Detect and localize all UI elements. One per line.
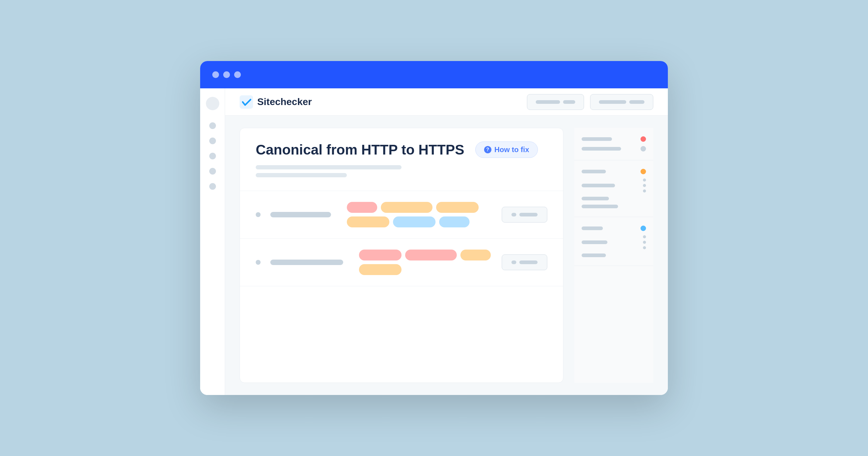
rs-row bbox=[582, 254, 646, 257]
browser-dot-1 bbox=[212, 71, 219, 78]
right-sidebar bbox=[574, 128, 653, 383]
nav-btn1-bar1 bbox=[536, 100, 560, 104]
row-tags-1 bbox=[347, 202, 492, 227]
rs-row bbox=[582, 169, 646, 174]
rs-status-dot-gray bbox=[641, 146, 646, 152]
table-row bbox=[240, 239, 563, 286]
page-content: Canonical from HTTP to HTTPS ? How to fi… bbox=[225, 116, 668, 395]
tag-pink-md-2 bbox=[359, 250, 402, 260]
tag-orange-lg-1 bbox=[381, 202, 432, 213]
rs-small-dots bbox=[643, 178, 646, 193]
browser-dot-2 bbox=[223, 71, 230, 78]
rs-row bbox=[582, 197, 646, 200]
nav-btn1-bar2 bbox=[563, 100, 575, 104]
action-bar-label bbox=[519, 260, 537, 264]
right-sidebar-section-3 bbox=[574, 217, 653, 266]
action-bar-label bbox=[519, 213, 537, 217]
rs-bar bbox=[582, 137, 612, 141]
svg-rect-0 bbox=[240, 95, 253, 109]
panel-title: Canonical from HTTP to HTTPS bbox=[256, 141, 464, 158]
rs-row bbox=[582, 178, 646, 193]
sidebar-item-3[interactable] bbox=[209, 153, 216, 159]
nav-button-2[interactable] bbox=[590, 94, 653, 110]
tag-orange-md-2 bbox=[347, 217, 390, 227]
rs-bar bbox=[582, 147, 621, 151]
browser-dots bbox=[212, 71, 241, 78]
tag-orange-sm-2 bbox=[460, 250, 491, 260]
desc-bar-1 bbox=[256, 165, 402, 169]
sidebar-item-1[interactable] bbox=[209, 122, 216, 129]
top-navbar: Sitechecker bbox=[225, 88, 668, 116]
rs-bar bbox=[582, 197, 609, 200]
browser-window: Sitechecker Canonic bbox=[200, 61, 668, 395]
main-area: Sitechecker Canonic bbox=[225, 88, 668, 395]
browser-dot-3 bbox=[234, 71, 241, 78]
panel-header: Canonical from HTTP to HTTPS ? How to fi… bbox=[240, 128, 563, 191]
rs-bar bbox=[582, 205, 618, 208]
sidebar-item-5[interactable] bbox=[209, 183, 216, 190]
rs-small-dot bbox=[643, 178, 646, 182]
right-sidebar-section-1 bbox=[574, 128, 653, 160]
rs-row bbox=[582, 226, 646, 231]
row-action-button-2[interactable] bbox=[502, 254, 547, 270]
rs-bar bbox=[582, 254, 606, 257]
right-sidebar-section-2 bbox=[574, 160, 653, 217]
row-url-bar bbox=[270, 260, 343, 265]
tag-blue-md-1 bbox=[393, 217, 436, 227]
rs-bar bbox=[582, 170, 606, 173]
brand-name-label: Sitechecker bbox=[257, 96, 312, 107]
nav-btn2-bar1 bbox=[599, 100, 626, 104]
panel-table bbox=[240, 191, 563, 286]
desc-bar-2 bbox=[256, 173, 347, 177]
tag-orange-md-3 bbox=[359, 264, 402, 275]
rs-small-dots bbox=[643, 235, 646, 249]
row-action-button-1[interactable] bbox=[502, 207, 547, 223]
sidebar bbox=[200, 88, 225, 395]
rs-status-dot-blue bbox=[641, 226, 646, 231]
nav-button-1[interactable] bbox=[527, 94, 584, 110]
rs-bar bbox=[582, 240, 608, 244]
rs-row bbox=[582, 235, 646, 249]
sidebar-item-4[interactable] bbox=[209, 168, 216, 174]
table-row bbox=[240, 191, 563, 239]
row-url-bar bbox=[270, 212, 331, 217]
action-bar-icon bbox=[512, 213, 516, 217]
how-to-fix-button[interactable]: ? How to fix bbox=[475, 141, 538, 158]
sidebar-nav bbox=[209, 122, 216, 190]
tag-pink-sm-1 bbox=[347, 202, 377, 213]
row-indicator bbox=[256, 212, 260, 217]
sidebar-item-2[interactable] bbox=[209, 137, 216, 144]
tag-orange-md-1 bbox=[436, 202, 478, 213]
rs-status-dot-orange bbox=[641, 169, 646, 174]
rs-small-dot bbox=[643, 190, 646, 193]
panel-title-row: Canonical from HTTP to HTTPS ? How to fi… bbox=[256, 141, 547, 158]
rs-small-dot bbox=[643, 235, 646, 238]
tag-pink-lg-2 bbox=[405, 250, 457, 260]
rs-row bbox=[582, 205, 646, 208]
rs-row bbox=[582, 146, 646, 152]
brand-logo-icon bbox=[240, 95, 253, 109]
row-tags-2 bbox=[359, 250, 492, 275]
action-bar-icon bbox=[512, 260, 516, 264]
tag-blue-sm-1 bbox=[439, 217, 469, 227]
rs-small-dot bbox=[643, 184, 646, 187]
main-panel: Canonical from HTTP to HTTPS ? How to fi… bbox=[240, 128, 563, 383]
rs-small-dot bbox=[643, 241, 646, 244]
nav-btn2-bar2 bbox=[629, 100, 645, 104]
rs-row bbox=[582, 136, 646, 142]
how-to-fix-label: How to fix bbox=[494, 145, 529, 154]
how-to-fix-icon: ? bbox=[484, 146, 491, 153]
brand: Sitechecker bbox=[240, 95, 521, 109]
rs-bar bbox=[582, 184, 615, 187]
browser-content: Sitechecker Canonic bbox=[200, 88, 668, 395]
sidebar-logo bbox=[206, 97, 219, 110]
row-indicator bbox=[256, 260, 260, 265]
browser-titlebar bbox=[200, 61, 668, 88]
rs-bar bbox=[582, 226, 603, 230]
rs-status-dot-red bbox=[641, 136, 646, 142]
rs-small-dot bbox=[643, 246, 646, 249]
